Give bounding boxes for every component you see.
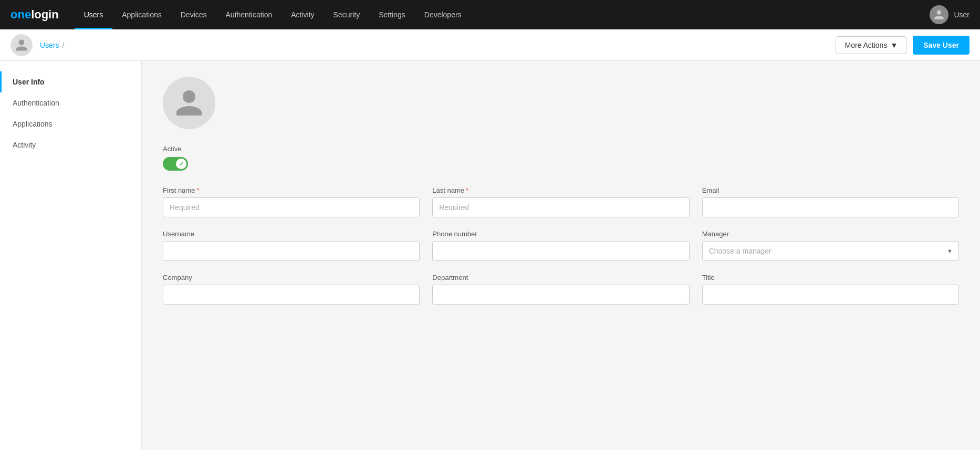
company-field: Company [163, 274, 420, 305]
nav-user-label: User [954, 11, 969, 19]
breadcrumb-users-link[interactable]: Users [40, 41, 59, 49]
department-input[interactable] [432, 285, 689, 305]
sub-header: Users / More Actions ▼ Save User [0, 29, 980, 61]
chevron-down-icon: ▼ [890, 41, 898, 49]
active-section: Active ✓ [163, 145, 959, 171]
title-field: Title [702, 274, 959, 305]
last-name-field: Last name* [432, 186, 689, 217]
nav-item-settings[interactable]: Settings [369, 0, 415, 29]
title-input[interactable] [702, 285, 959, 305]
nav-item-activity[interactable]: Activity [282, 0, 324, 29]
active-label: Active [163, 145, 959, 153]
user-avatar-large[interactable] [163, 77, 215, 129]
department-field: Department [432, 274, 689, 305]
phone-number-field: Phone number [432, 230, 689, 261]
required-star: * [196, 186, 199, 194]
phone-number-input[interactable] [432, 241, 689, 261]
nav-item-developers[interactable]: Developers [415, 0, 471, 29]
nav-right: User [930, 5, 969, 24]
username-label: Username [163, 230, 420, 238]
first-name-field: First name* [163, 186, 420, 217]
username-input[interactable] [163, 241, 420, 261]
department-label: Department [432, 274, 689, 281]
manager-select-wrapper: Choose a manager [702, 241, 959, 261]
top-navigation: onelogin Users Applications Devices Auth… [0, 0, 980, 29]
required-star-2: * [466, 186, 468, 194]
nav-item-applications[interactable]: Applications [112, 0, 171, 29]
active-toggle[interactable]: ✓ [163, 157, 188, 171]
toggle-knob: ✓ [176, 159, 186, 169]
sidebar-item-activity[interactable]: Activity [0, 134, 141, 155]
breadcrumb: Users / [11, 34, 65, 56]
main-content: Active ✓ First name* Last name* [142, 61, 980, 450]
title-label: Title [702, 274, 959, 281]
sidebar-item-authentication[interactable]: Authentication [0, 92, 141, 113]
email-input[interactable] [702, 197, 959, 217]
nav-item-users[interactable]: Users [75, 0, 113, 29]
save-user-button[interactable]: Save User [913, 36, 969, 55]
sub-header-actions: More Actions ▼ Save User [836, 36, 969, 55]
more-actions-button[interactable]: More Actions ▼ [836, 36, 906, 54]
manager-label: Manager [702, 230, 959, 238]
last-name-input[interactable] [432, 197, 689, 217]
nav-user-avatar[interactable] [930, 5, 948, 24]
company-input[interactable] [163, 285, 420, 305]
toggle-container: ✓ [163, 157, 959, 171]
sidebar: User Info Authentication Applications Ac… [0, 61, 142, 450]
manager-field: Manager Choose a manager [702, 230, 959, 261]
breadcrumb-user-avatar [11, 34, 33, 56]
first-name-label: First name* [163, 186, 420, 194]
email-field: Email [702, 186, 959, 217]
brand-logo[interactable]: onelogin [11, 8, 59, 22]
form-row-2: Username Phone number Manager Choose a m… [163, 230, 959, 261]
phone-number-label: Phone number [432, 230, 689, 238]
nav-links: Users Applications Devices Authenticatio… [75, 0, 930, 29]
toggle-check-icon: ✓ [179, 161, 184, 168]
form-row-3: Company Department Title [163, 274, 959, 305]
last-name-label: Last name* [432, 186, 689, 194]
company-label: Company [163, 274, 420, 281]
avatar-section [163, 77, 959, 129]
nav-item-devices[interactable]: Devices [171, 0, 216, 29]
main-layout: User Info Authentication Applications Ac… [0, 61, 980, 450]
email-label: Email [702, 186, 959, 194]
nav-item-security[interactable]: Security [324, 0, 370, 29]
form-row-1: First name* Last name* Email [163, 186, 959, 217]
manager-select[interactable]: Choose a manager [702, 241, 959, 261]
first-name-input[interactable] [163, 197, 420, 217]
sidebar-item-applications[interactable]: Applications [0, 113, 141, 134]
sidebar-item-user-info[interactable]: User Info [0, 71, 141, 92]
breadcrumb-separator: / [62, 41, 65, 49]
nav-item-authentication[interactable]: Authentication [216, 0, 282, 29]
username-field: Username [163, 230, 420, 261]
